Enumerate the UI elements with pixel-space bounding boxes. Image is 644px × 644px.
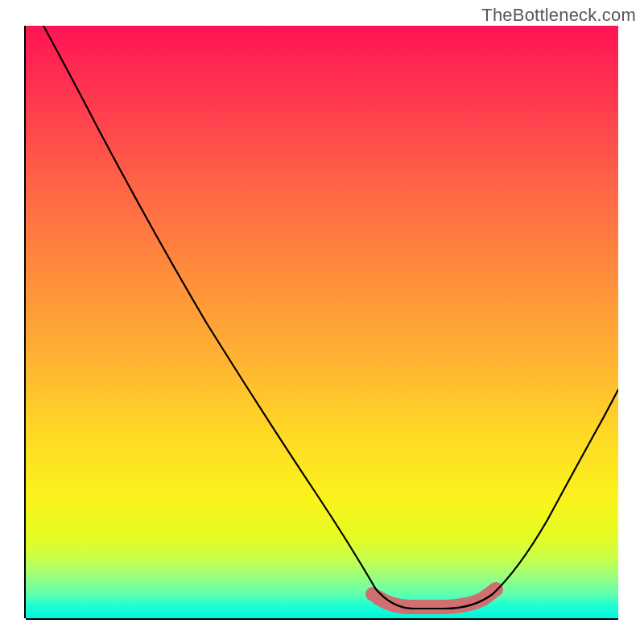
- bottleneck-curve-path: [43, 26, 618, 609]
- highlight-start-dot: [365, 587, 380, 601]
- x-axis: [26, 618, 618, 620]
- attribution-label: TheBottleneck.com: [481, 5, 636, 26]
- y-axis: [24, 26, 26, 618]
- bottleneck-chart: TheBottleneck.com: [0, 0, 644, 644]
- curve-layer: [26, 26, 618, 618]
